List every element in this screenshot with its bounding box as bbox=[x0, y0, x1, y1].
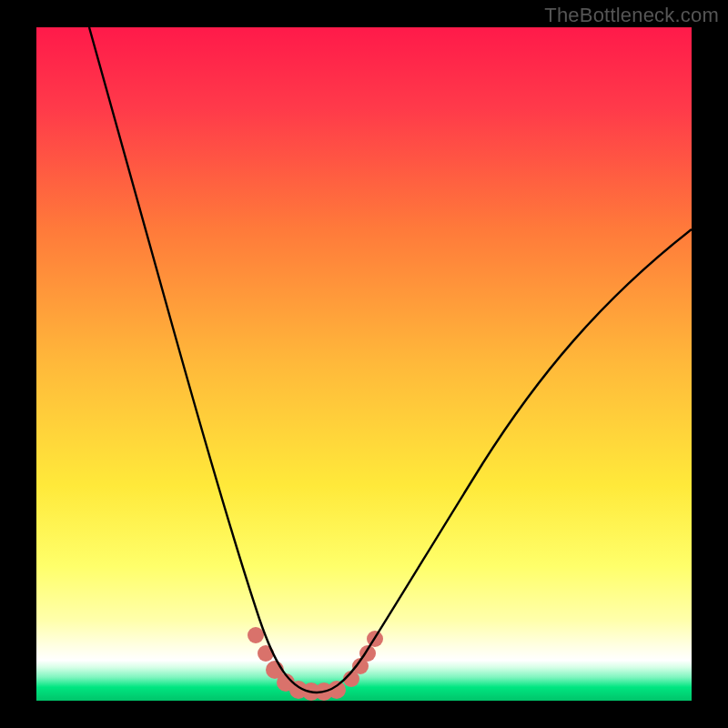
chart-plot-area bbox=[36, 27, 692, 701]
svg-point-1 bbox=[248, 627, 264, 643]
curve-path bbox=[89, 27, 692, 693]
watermark-text: TheBottleneck.com bbox=[544, 4, 719, 27]
bottleneck-curve-svg bbox=[36, 27, 692, 701]
marker-cluster bbox=[248, 627, 383, 701]
